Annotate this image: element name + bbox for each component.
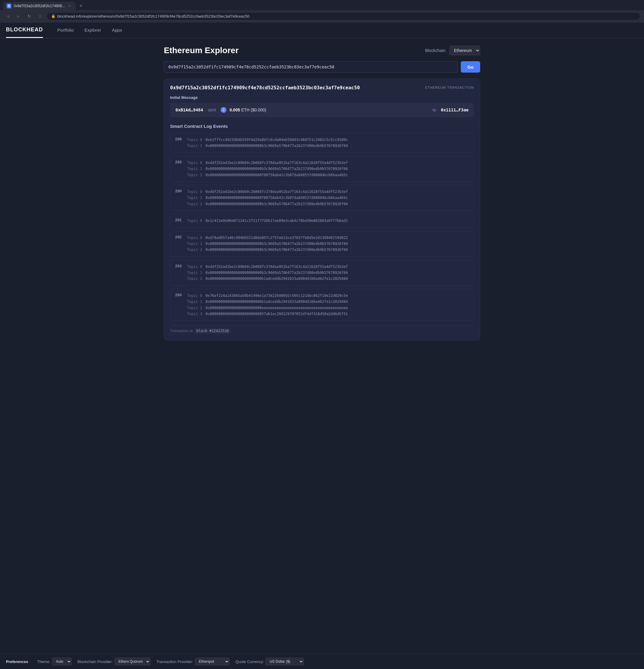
page-title: Ethereum Explorer — [164, 46, 239, 55]
quote-currency-group: Quote Currency: US Dollar ($) Euro (€) B… — [235, 658, 304, 666]
log-topic: Topic 1 0x000000000000000000000000f80758… — [187, 195, 469, 201]
log-topic: Topic 0 0x76af224a143865a50b41496e1a7362… — [187, 293, 469, 299]
blockchain-provider-label: Blockchain Provider: — [77, 659, 113, 664]
new-tab-button[interactable]: + — [77, 2, 85, 10]
browser-chrome: B 0x9d7f15a2c3052df1fc174909... × + ◀ ▶ … — [0, 0, 644, 23]
nav-explorer[interactable]: Explorer — [79, 23, 106, 38]
log-event: 288Topic 0 0xe1fffcc4923d04b559f4d29a8bf… — [170, 133, 474, 153]
log-event-number: 293 — [175, 264, 184, 268]
log-topic: Topic 1 0x000000000000000000000000b3c966… — [187, 166, 469, 172]
app-nav: BLOCKHEAD Portfolio Explorer Apps — [0, 23, 644, 39]
search-input[interactable] — [164, 61, 458, 73]
message-row: 0xB1Ad…9484 sent Ξ 0.005 ETH ($0.000) to… — [170, 103, 474, 117]
tab-title: 0x9d7f15a2c3052df1fc174909... — [14, 4, 65, 8]
nav-portfolio[interactable]: Portfolio — [52, 23, 79, 38]
blockchain-provider-select[interactable]: Ethers Quorum Infura Alchemy — [115, 658, 150, 666]
log-event: 292Topic 0 0xd78ad95fa46c994b6551d0da85f… — [170, 231, 474, 257]
log-event-number: 294 — [175, 293, 184, 297]
bookmark-button[interactable]: ☆ — [36, 12, 44, 20]
log-event: 291Topic 0 0x1c411e9a96e071241c2f21f7726… — [170, 214, 474, 228]
reload-button[interactable]: ↻ — [25, 12, 33, 20]
tx-type-badge: ETHEREUM TRANSACTION — [425, 85, 474, 89]
app-logo: BLOCKHEAD — [6, 23, 43, 38]
tab-bar: B 0x9d7f15a2c3052df1fc174909... × + — [0, 0, 644, 10]
tx-header: 0x9d7f15a2c3052df1fc174909cf4e78cd5252cc… — [170, 85, 474, 90]
address-bar[interactable]: 🔒 blockhead.info/explorer/ethereum/0x9d7… — [46, 12, 641, 20]
initial-message-label: Initial Message — [170, 95, 474, 100]
theme-label: Theme: — [37, 659, 50, 664]
log-event: 289Topic 0 0xddf252ad1be2c89b69c2b068fc3… — [170, 156, 474, 182]
blockchain-label: Blockchain: — [425, 48, 447, 53]
log-event-number: 288 — [175, 137, 184, 141]
log-events-title: Smart Contract Log Events — [170, 124, 474, 129]
blockchain-selector: Blockchain: Ethereum Bitcoin Polygon — [425, 46, 480, 55]
quote-currency-label: Quote Currency: — [235, 659, 264, 664]
block-link[interactable]: block #12422526 — [194, 328, 230, 333]
address-bar-row: ◀ ▶ ↻ ☆ 🔒 blockhead.info/explorer/ethere… — [0, 10, 644, 22]
footer: Preferences Theme: Auto Light Dark Block… — [0, 654, 644, 669]
log-topic: Topic 1 0x000000000000000000000000b3c966… — [187, 143, 469, 149]
forward-button[interactable]: ▶ — [14, 12, 23, 20]
log-topic: Topic 0 0xd78ad95fa46c994b6551d0da85fc27… — [187, 235, 469, 241]
log-topic: Topic 0 0xddf252ad1be2c89b69c2b068fc378d… — [187, 264, 469, 270]
log-event-number: 290 — [175, 189, 184, 193]
sender-address: 0xB1Ad…9484 — [175, 108, 203, 112]
transaction-provider-label: Transaction Provider: — [156, 659, 193, 664]
log-event-number: 292 — [175, 235, 184, 239]
url-text: blockhead.info/explorer/ethereum/0x9d7f1… — [57, 14, 249, 18]
log-topic: Topic 1 0x000000000000000000000000b3c966… — [187, 241, 469, 247]
log-topic: Topic 0 0xddf252ad1be2c89b69c2b068fc378d… — [187, 189, 469, 195]
log-topic: Topic 2 0x000000000000000000000000eeeeee… — [187, 305, 469, 311]
transaction-provider-group: Transaction Provider: Etherspot MetaMask… — [156, 658, 230, 666]
theme-group: Theme: Auto Light Dark — [37, 658, 71, 666]
transaction-provider-select[interactable]: Etherspot MetaMask WalletConnect — [195, 658, 230, 666]
transaction-card: 0x9d7f15a2c3052df1fc174909cf4e78cd5252cc… — [164, 79, 480, 341]
go-button[interactable]: Go — [461, 61, 480, 73]
eth-amount: 0.005 ETH ($0.000) — [230, 108, 266, 112]
blockchain-provider-group: Blockchain Provider: Ethers Quorum Infur… — [77, 658, 151, 666]
page-header: Ethereum Explorer Blockchain: Ethereum B… — [164, 46, 480, 55]
to-label: to — [433, 108, 436, 112]
active-tab[interactable]: B 0x9d7f15a2c3052df1fc174909... × — [3, 2, 75, 10]
log-topic: Topic 1 0x000000000000000000000000b3c966… — [187, 270, 469, 276]
log-topic: Topic 2 0x000000000000000000000000f80758… — [187, 172, 469, 178]
eth-icon: Ξ — [221, 107, 226, 113]
search-row: Go — [164, 61, 480, 73]
tab-close-button[interactable]: × — [67, 3, 72, 8]
log-event: 293Topic 0 0xddf252ad1be2c89b69c2b068fc3… — [170, 260, 474, 286]
log-event: 294Topic 0 0x76af224a143865a50b41496e1a7… — [170, 289, 474, 321]
log-topic: Topic 1 0x000000000000000000000000b1adce… — [187, 299, 469, 304]
log-events-list: 288Topic 0 0xe1fffcc4923d04b559f4d29a8bf… — [170, 133, 474, 321]
sent-label: sent — [208, 108, 216, 112]
log-topic: Topic 2 0x000000000000000000000000b1adce… — [187, 276, 469, 282]
tab-favicon: B — [6, 3, 11, 8]
log-topic: Topic 3 0x00000000000000000000000057ab1e… — [187, 311, 469, 317]
log-topic: Topic 2 0x000000000000000000000000b3c966… — [187, 247, 469, 253]
log-topic: Topic 2 0x000000000000000000000000b3c966… — [187, 201, 469, 207]
preferences-label: Preferences — [6, 659, 28, 664]
blockchain-select[interactable]: Ethereum Bitcoin Polygon — [450, 46, 480, 55]
recipient-address: 0x1111…F3ae — [441, 108, 469, 112]
tx-hash: 0x9d7f15a2c3052df1fc174909cf4e78cd5252cc… — [170, 85, 360, 90]
log-event-number: 289 — [175, 160, 184, 164]
lock-icon: 🔒 — [51, 14, 56, 18]
quote-currency-select[interactable]: US Dollar ($) Euro (€) British Pound (£) — [266, 658, 304, 666]
log-event: 290Topic 0 0xddf252ad1be2c89b69c2b068fc3… — [170, 185, 474, 211]
main-content: Ethereum Explorer Blockchain: Ethereum B… — [158, 39, 486, 654]
log-topic: Topic 0 0x1c411e9a96e071241c2f21f7726b17… — [187, 218, 469, 224]
back-button[interactable]: ◀ — [3, 12, 12, 20]
nav-apps[interactable]: Apps — [106, 23, 128, 38]
log-event-number: 291 — [175, 218, 184, 222]
theme-select[interactable]: Auto Light Dark — [52, 658, 72, 666]
tx-footer-note: Transaction at block #12422526 — [170, 326, 474, 334]
log-topic: Topic 0 0xe1fffcc4923d04b559f4d29a8bfc6c… — [187, 137, 469, 143]
log-topic: Topic 0 0xddf252ad1be2c89b69c2b068fc378d… — [187, 160, 469, 166]
